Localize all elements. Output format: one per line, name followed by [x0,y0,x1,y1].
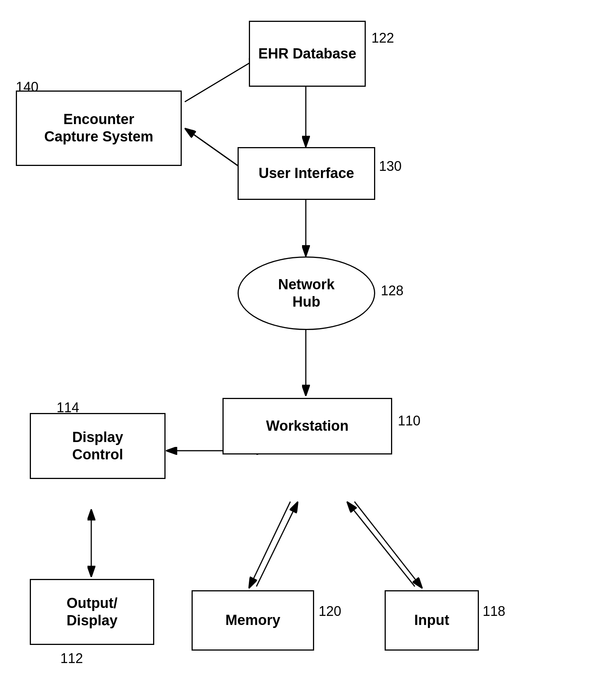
ehr-database-id: 122 [371,30,394,46]
svg-line-11 [249,502,290,588]
svg-line-14 [347,502,415,586]
workstation-label: Workstation [266,418,349,435]
memory-id: 120 [319,603,341,619]
workstation-box: Workstation [222,398,392,454]
user-interface-box: User Interface [238,147,375,200]
ehr-database-box: EHR Database [249,21,366,87]
user-interface-label: User Interface [259,165,354,182]
output-display-id: 112 [60,651,83,666]
encounter-capture-id: 140 [16,79,38,95]
display-control-id: 114 [57,400,79,416]
diagram: EHR Database 122 User Interface 130 Netw… [0,0,612,700]
output-display-label: Output/Display [66,595,117,629]
svg-line-12 [256,502,298,586]
memory-label: Memory [225,612,281,629]
encounter-capture-label: EncounterCapture System [44,111,153,145]
svg-line-13 [354,502,422,588]
ehr-database-label: EHR Database [258,45,356,63]
user-interface-id: 130 [379,158,402,174]
encounter-capture-box: EncounterCapture System [16,91,182,166]
input-label: Input [414,612,449,629]
network-hub-box: NetworkHub [238,256,375,330]
display-control-label: DisplayControl [72,429,123,463]
workstation-id: 110 [398,413,420,429]
input-box: Input [385,590,479,651]
network-hub-id: 128 [381,283,403,299]
output-display-box: Output/Display [30,579,154,645]
memory-box: Memory [192,590,314,651]
display-control-box: DisplayControl [30,413,166,479]
network-hub-label: NetworkHub [278,276,335,310]
input-id: 118 [483,603,505,619]
